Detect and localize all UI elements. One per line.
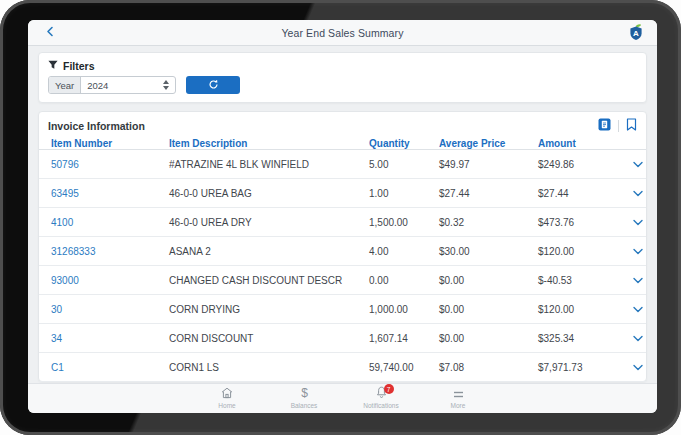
chevron-down-icon[interactable] — [633, 364, 643, 371]
chevron-down-icon[interactable] — [633, 190, 643, 197]
item-number-link[interactable]: 31268333 — [51, 246, 169, 257]
item-description: CHANGED CASH DISCOUNT DESCR — [169, 275, 369, 286]
amount-value: $325.34 — [538, 333, 633, 344]
item-description: CORN DISCOUNT — [169, 333, 369, 344]
tab-label: Home — [218, 402, 235, 409]
home-icon — [221, 387, 233, 401]
chevron-down-icon[interactable] — [633, 277, 643, 284]
table-row[interactable]: 63495 46-0-0 UREA BAG 1.00 $27.44 $27.44 — [39, 179, 646, 208]
tab-item-more[interactable]: More — [432, 388, 484, 409]
invoice-title: Invoice Information — [48, 120, 145, 132]
chevron-down-icon[interactable] — [633, 161, 643, 168]
item-description: CORN DRYING — [169, 304, 369, 315]
menu-icon — [453, 390, 464, 401]
filters-title: Filters — [63, 60, 95, 72]
quantity-value: 5.00 — [369, 159, 439, 170]
quantity-value: 0.00 — [369, 275, 439, 286]
filters-controls: Year 2024 — [39, 76, 646, 102]
table-row[interactable]: 31268333 ASANA 2 4.00 $30.00 $120.00 — [39, 237, 646, 266]
average-price-value: $0.32 — [439, 217, 538, 228]
item-number-link[interactable]: 4100 — [51, 217, 169, 228]
year-select-value: 2024 — [81, 77, 157, 93]
quantity-value: 4.00 — [369, 246, 439, 257]
export-button[interactable] — [598, 118, 611, 134]
column-header-amount: Amount — [538, 138, 633, 149]
refresh-button[interactable] — [186, 76, 240, 94]
quantity-value: 59,740.00 — [369, 362, 439, 373]
item-description: #ATRAZINE 4L BLK WINFIELD — [169, 159, 369, 170]
chevron-down-icon[interactable] — [633, 335, 643, 342]
refresh-icon — [208, 78, 219, 93]
svg-text:A: A — [633, 29, 639, 38]
amount-value: $120.00 — [538, 246, 633, 257]
column-header-item-number: Item Number — [51, 138, 169, 149]
divider — [618, 120, 619, 132]
year-select[interactable]: Year 2024 — [48, 76, 176, 94]
filters-header: Filters — [39, 53, 646, 76]
tablet-frame: Year End Sales Summary A Filters — [0, 0, 681, 435]
invoice-header: Invoice Information — [39, 112, 646, 138]
page-title: Year End Sales Summary — [28, 27, 657, 39]
average-price-value: $0.00 — [439, 333, 538, 344]
year-select-label: Year — [49, 77, 81, 93]
average-price-value: $0.00 — [439, 275, 538, 286]
item-number-link[interactable]: 50796 — [51, 159, 169, 170]
average-price-value: $0.00 — [439, 304, 538, 315]
item-description: 46-0-0 UREA BAG — [169, 188, 369, 199]
notification-badge: 7 — [384, 384, 394, 394]
tab-item-notifications[interactable]: 7 Notifications — [355, 388, 407, 409]
table-row[interactable]: 4100 46-0-0 UREA DRY 1,500.00 $0.32 $473… — [39, 208, 646, 237]
amount-value: $27.44 — [538, 188, 633, 199]
quantity-value: 1,500.00 — [369, 217, 439, 228]
average-price-value: $49.97 — [439, 159, 538, 170]
stepper-icon — [157, 77, 175, 93]
invoice-card: Invoice Information — [38, 111, 647, 382]
export-file-icon — [598, 118, 611, 134]
item-description: CORN1 LS — [169, 362, 369, 373]
amount-value: $-40.53 — [538, 275, 633, 286]
tab-label: More — [451, 402, 466, 409]
filters-card: Filters Year 2024 — [38, 52, 647, 103]
funnel-icon — [48, 60, 58, 72]
average-price-value: $27.44 — [439, 188, 538, 199]
table-row[interactable]: 93000 CHANGED CASH DISCOUNT DESCR 0.00 $… — [39, 266, 646, 295]
item-number-link[interactable]: 93000 — [51, 275, 169, 286]
item-number-link[interactable]: 34 — [51, 333, 169, 344]
table-row[interactable]: 50796 #ATRAZINE 4L BLK WINFIELD 5.00 $49… — [39, 150, 646, 179]
amount-value: $120.00 — [538, 304, 633, 315]
average-price-value: $30.00 — [439, 246, 538, 257]
quantity-value: 1,000.00 — [369, 304, 439, 315]
average-price-value: $7.08 — [439, 362, 538, 373]
svg-text:$: $ — [301, 386, 308, 399]
chevron-down-icon[interactable] — [633, 306, 643, 313]
chevron-left-icon — [46, 25, 54, 40]
brand-shield-icon: A — [629, 24, 643, 43]
dollar-icon: $ — [299, 386, 310, 401]
top-nav: Year End Sales Summary A — [28, 20, 657, 46]
bookmark-button[interactable] — [626, 118, 637, 134]
item-number-link[interactable]: 30 — [51, 304, 169, 315]
table-header-row: Item Number Item Description Quantity Av… — [39, 138, 646, 150]
item-description: ASANA 2 — [169, 246, 369, 257]
table-body: 50796 #ATRAZINE 4L BLK WINFIELD 5.00 $49… — [39, 150, 646, 382]
bottom-tab-bar: Home $ Balances 7 Notifications More — [28, 383, 657, 413]
item-number-link[interactable]: 63495 — [51, 188, 169, 199]
table-row[interactable]: 34 CORN DISCOUNT 1,607.14 $0.00 $325.34 — [39, 324, 646, 353]
amount-value: $249.86 — [538, 159, 633, 170]
back-button[interactable] — [40, 20, 60, 45]
chevron-down-icon[interactable] — [633, 219, 643, 226]
tab-item-balances[interactable]: $ Balances — [278, 388, 330, 409]
amount-value: $473.76 — [538, 217, 633, 228]
table-row[interactable]: 30 CORN DRYING 1,000.00 $0.00 $120.00 — [39, 295, 646, 324]
tab-label: Notifications — [363, 402, 398, 409]
chevron-down-icon[interactable] — [633, 248, 643, 255]
invoice-header-actions — [598, 118, 637, 134]
item-number-link[interactable]: C1 — [51, 362, 169, 373]
tab-item-home[interactable]: Home — [201, 388, 253, 409]
table-row[interactable]: C1 CORN1 LS 59,740.00 $7.08 $7,971.73 — [39, 353, 646, 382]
page-body: Filters Year 2024 — [28, 46, 657, 383]
app-screen: Year End Sales Summary A Filters — [28, 20, 657, 413]
item-description: 46-0-0 UREA DRY — [169, 217, 369, 228]
column-header-item-description: Item Description — [169, 138, 369, 149]
amount-value: $7,971.73 — [538, 362, 633, 373]
